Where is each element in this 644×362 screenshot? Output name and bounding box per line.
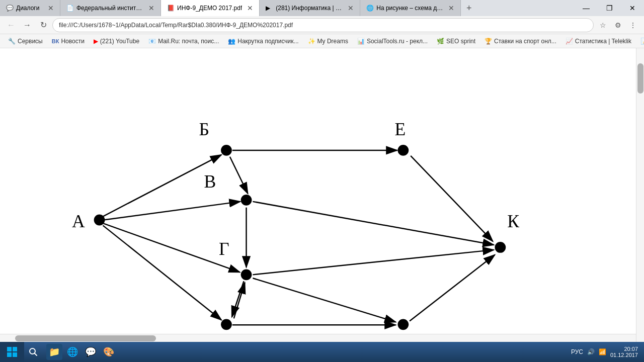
taskbar-time: 20:07	[624, 346, 638, 352]
svg-line-7	[411, 156, 493, 241]
tab-narisunke[interactable]: 🌐 На рисунке – схема дор... ✕	[360, 0, 461, 16]
node-G	[241, 269, 252, 280]
tab-close-1[interactable]: ✕	[48, 4, 54, 12]
bookmark-icon-youtube: ▶	[94, 38, 98, 45]
bookmark-mydreams[interactable]: ✨ My Dreams	[304, 37, 352, 46]
start-button[interactable]	[0, 342, 24, 362]
new-tab-button[interactable]: +	[461, 0, 477, 16]
bookmark-icon-servisy: 🔧	[8, 38, 16, 45]
bookmark-novosti[interactable]: ВК Новости	[48, 37, 89, 46]
node-A	[94, 215, 105, 226]
tab-informatika[interactable]: ▶ (281) Информатика | По... ✕	[260, 0, 360, 16]
bookmark-socialtools[interactable]: 📊 SocialTools.ru - рекл...	[353, 37, 432, 46]
label-E: Е	[395, 119, 406, 139]
bookmark-seosprint[interactable]: 🌿 SEO sprint	[433, 37, 479, 46]
bookmark-statistika[interactable]: 📈 Статистика | Teleklik	[561, 37, 635, 46]
svg-rect-17	[13, 347, 17, 351]
bookmark-stavki[interactable]: 🏆 Ставки на спорт онл...	[480, 37, 560, 46]
bookmark-mail[interactable]: 📧 Mail.Ru: почта, поис...	[144, 37, 223, 46]
taskbar-network-icon[interactable]: 📶	[599, 348, 606, 355]
tab-title-4: (281) Информатика | По...	[276, 5, 343, 12]
bookmarks-bar: 🔧 Сервисы ВК Новости ▶ (221) YouTube 📧 M…	[0, 34, 644, 48]
scrollbar-bottom[interactable]	[0, 334, 636, 342]
maximize-button[interactable]: ❐	[598, 0, 621, 16]
back-button[interactable]: ←	[4, 18, 18, 32]
svg-line-9	[253, 202, 494, 245]
taskbar-volume-icon[interactable]: 🔊	[587, 348, 595, 355]
browser-window: 💬 Диалоги ✕ 📄 Федеральный институт... ✕ …	[0, 0, 644, 342]
bookmark-icon-statistika: 📈	[566, 38, 573, 45]
taskbar: 📁 🌐 💬 🎨 РУС 🔊 📶 20:07 01.12.2017	[0, 342, 644, 362]
window-controls: — ❐ ✕	[575, 0, 644, 16]
tab-favicon-4: ▶	[266, 5, 273, 12]
label-B: Б	[199, 119, 209, 139]
scroll-thumb-vertical[interactable]	[637, 63, 643, 94]
node-K	[495, 242, 506, 253]
svg-line-2	[103, 202, 240, 220]
taskbar-icon-explorer[interactable]: 📁	[46, 344, 62, 360]
label-G: Г	[219, 239, 229, 259]
taskbar-lang: РУС	[571, 348, 583, 355]
title-bar: 💬 Диалоги ✕ 📄 Федеральный институт... ✕ …	[0, 0, 644, 16]
node-V	[241, 195, 252, 206]
taskbar-search-button[interactable]	[24, 343, 42, 361]
address-bar[interactable]	[52, 18, 594, 32]
svg-rect-19	[13, 352, 17, 357]
svg-line-4	[103, 225, 221, 320]
close-button[interactable]: ✕	[621, 0, 644, 16]
label-A: А	[72, 211, 85, 231]
tab-favicon-2: 📄	[66, 5, 73, 12]
taskbar-clock[interactable]: 20:07 01.12.2017	[610, 346, 638, 358]
taskbar-pinned-icons: 📁 🌐 💬 🎨	[42, 344, 121, 360]
graph-area: А Б В Г Д Е Ж К	[0, 48, 644, 342]
scroll-thumb-horizontal[interactable]	[15, 335, 156, 341]
svg-line-11	[232, 281, 244, 317]
menu-button[interactable]: ⋮	[626, 18, 640, 32]
navigation-toolbar: ← → ↻ ☆ ⚙ ⋮	[0, 16, 644, 34]
tab-title-3: ИНФ-9_ДЕМО 2017.pdf	[177, 5, 242, 12]
label-K: К	[507, 211, 519, 231]
svg-rect-16	[7, 347, 12, 351]
page-content: А Б В Г Д Е Ж К	[0, 48, 644, 342]
tab-favicon-3: 📕	[167, 5, 174, 12]
bookmark-nakrutka[interactable]: 👥 Накрутка подписчик...	[224, 37, 302, 46]
extensions-button[interactable]: ⚙	[611, 18, 625, 32]
bookmark-youtube[interactable]: ▶ (221) YouTube	[90, 37, 143, 46]
bookmark-star-button[interactable]: ☆	[596, 18, 610, 32]
tab-close-2[interactable]: ✕	[148, 4, 154, 12]
bookmark-icon-socialtools: 📊	[357, 38, 365, 45]
bookmark-icon-mail: 📧	[148, 38, 156, 45]
tab-inf9-pdf[interactable]: 📕 ИНФ-9_ДЕМО 2017.pdf ✕	[161, 0, 260, 16]
scrollbar-right[interactable]	[636, 48, 644, 342]
bookmark-servisy[interactable]: 🔧 Сервисы	[4, 37, 47, 46]
svg-line-15	[410, 255, 495, 321]
bookmark-icon-seosprint: 🌿	[437, 38, 444, 45]
bookmark-icon-etxt: 📝	[640, 38, 644, 45]
toolbar-actions: ☆ ⚙ ⋮	[596, 18, 640, 32]
taskbar-right: РУС 🔊 📶 20:07 01.12.2017	[565, 346, 644, 358]
forward-button[interactable]: →	[20, 18, 34, 32]
taskbar-icon-skype[interactable]: 💬	[83, 344, 99, 360]
tab-dialogi[interactable]: 💬 Диалоги ✕	[0, 0, 60, 16]
graph-svg: А Б В Г Д Е Ж К	[0, 48, 644, 342]
bookmark-icon-nakrutka: 👥	[228, 38, 235, 45]
tab-federal[interactable]: 📄 Федеральный институт... ✕	[60, 0, 161, 16]
tab-close-5[interactable]: ✕	[448, 4, 454, 12]
node-B	[221, 145, 232, 156]
tab-favicon-5: 🌐	[366, 5, 373, 12]
minimize-button[interactable]: —	[575, 0, 598, 16]
svg-line-21	[35, 353, 37, 356]
tab-close-3[interactable]: ✕	[247, 4, 253, 12]
tab-close-4[interactable]: ✕	[348, 4, 354, 12]
bookmark-etxt[interactable]: 📝 eTXT.ru	[636, 37, 644, 46]
tab-favicon-1: 💬	[6, 5, 13, 12]
tab-title-5: На рисунке – схема дор...	[376, 5, 443, 12]
svg-line-10	[253, 250, 494, 275]
taskbar-icon-chrome[interactable]: 🌐	[64, 344, 80, 360]
svg-line-12	[253, 278, 395, 322]
node-E	[397, 145, 409, 156]
taskbar-date: 01.12.2017	[610, 352, 638, 358]
node-Zh	[397, 319, 409, 330]
reload-button[interactable]: ↻	[36, 18, 50, 32]
taskbar-icon-app4[interactable]: 🎨	[101, 344, 117, 360]
